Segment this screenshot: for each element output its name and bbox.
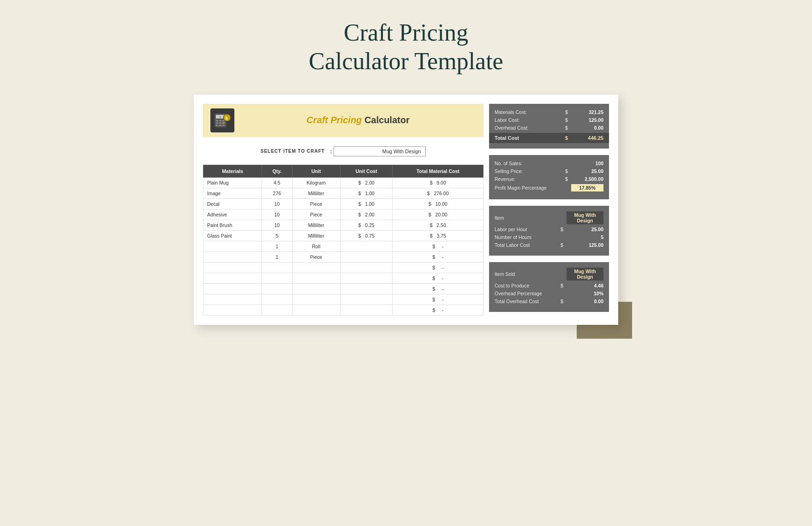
qty-cell	[262, 262, 292, 273]
total-cost-row: Total Cost $ 446.25	[489, 133, 609, 143]
col-unit-cost: Unit Cost	[340, 165, 393, 177]
number-of-hours-row: Number of Hours 5	[495, 234, 603, 240]
qty-cell: 5	[262, 230, 292, 241]
unit-cost-cell: $ 0.25	[340, 220, 393, 230]
select-item-input[interactable]	[334, 146, 426, 156]
labor-per-hour-row: Labor per Hour $ 25.00	[495, 227, 603, 232]
svg-rect-10	[219, 125, 221, 126]
calculator-icon: $ $	[210, 108, 234, 132]
unit-cost-cell	[340, 262, 393, 273]
unit-cost-cell	[340, 294, 393, 305]
materials-table: Materials Qty. Unit Unit Cost Total Mate…	[203, 165, 484, 316]
unit-cell	[292, 262, 340, 273]
material-cell: Glass Paint	[203, 230, 262, 241]
unit-cost-cell	[340, 241, 393, 251]
material-cell	[203, 294, 262, 305]
total-cell: $ 9.00	[393, 177, 484, 188]
material-cell: Image	[203, 188, 262, 198]
material-cell	[203, 273, 262, 283]
qty-cell: 1	[262, 251, 292, 262]
total-overhead-row: Total Overhead Cost $ 0.00	[495, 299, 603, 304]
svg-rect-6	[216, 122, 218, 124]
qty-cell: 276	[262, 188, 292, 198]
material-cell	[203, 251, 262, 262]
qty-cell: 10	[262, 209, 292, 220]
unit-cost-cell: $ 0.75	[340, 230, 393, 241]
calc-header: $ $	[203, 104, 484, 137]
unit-cell: Milliliter	[292, 220, 340, 230]
total-labor-cost-row: Total Labor Cost $ 125.00	[495, 242, 603, 248]
table-row: Glass Paint5Milliliter$ 0.75$ 3.75	[203, 230, 484, 241]
svg-text:$: $	[219, 115, 221, 119]
total-cell: $ 20.00	[393, 209, 484, 220]
unit-cost-cell	[340, 273, 393, 283]
item-row: Item Mug With Design	[495, 211, 603, 224]
total-cell: $ -	[393, 294, 484, 305]
table-row: $ -	[203, 262, 484, 273]
unit-cell: Milliliter	[292, 188, 340, 198]
table-row: Image276Milliliter$ 1.00$ 276.00	[203, 188, 484, 198]
qty-cell: 10	[262, 220, 292, 230]
overhead-cost-row: Overhead Cost: $ 0.00	[495, 125, 603, 131]
material-cell: Plain Mug	[203, 177, 262, 188]
total-cell: $ 10.00	[393, 198, 484, 209]
unit-cell	[292, 273, 340, 283]
unit-cost-cell: $ 1.00	[340, 198, 393, 209]
unit-cost-cell	[340, 305, 393, 315]
overhead-pct-row: Overhead Percentage 10%	[495, 291, 603, 296]
unit-cost-cell: $ 2.00	[340, 177, 393, 188]
table-row: Decal10Piece$ 1.00$ 10.00	[203, 198, 484, 209]
total-cell: $ -	[393, 241, 484, 251]
page-title: Craft Pricing Calculator Template	[309, 18, 503, 76]
table-row: Plain Mug4.5Kilogram$ 2.00$ 9.00	[203, 177, 484, 188]
svg-rect-11	[222, 125, 225, 126]
total-cell: $ -	[393, 305, 484, 315]
no-of-sales-row: No. of Sales: 100	[495, 161, 603, 166]
qty-cell: 1	[262, 241, 292, 251]
total-cell: $ -	[393, 273, 484, 283]
overhead-panel: Item Sold Mug With Design Cost to Produc…	[489, 262, 609, 312]
qty-cell	[262, 283, 292, 294]
labor-panel: Item Mug With Design Labor per Hour $ 25…	[489, 206, 609, 256]
table-row: 1Roll$ -	[203, 241, 484, 251]
material-cell: Adhesive	[203, 209, 262, 220]
sales-panel: No. of Sales: 100 Selling Price: $ 25.00…	[489, 155, 609, 199]
costs-panel: Materials Cost: $ 321.25 Labor Cost: $ 1…	[489, 104, 609, 149]
qty-cell	[262, 273, 292, 283]
unit-cell	[292, 305, 340, 315]
colon: :	[328, 149, 334, 154]
total-cell: $ 3.75	[393, 230, 484, 241]
total-cell: $ 276.00	[393, 188, 484, 198]
qty-cell: 10	[262, 198, 292, 209]
right-section: Materials Cost: $ 321.25 Labor Cost: $ 1…	[489, 104, 609, 316]
unit-cost-cell	[340, 283, 393, 294]
item-sold-row: Item Sold Mug With Design	[495, 268, 603, 281]
selling-price-row: Selling Price: $ 25.00	[495, 168, 603, 174]
unit-cell: Roll	[292, 241, 340, 251]
table-row: $ -	[203, 283, 484, 294]
svg-rect-9	[216, 125, 218, 126]
unit-cell: Kilogram	[292, 177, 340, 188]
header-title: Craft Pricing Calculator	[240, 115, 476, 126]
col-unit: Unit	[292, 165, 340, 177]
table-row: Adhesive10Piece$ 2.00$ 20.00	[203, 209, 484, 220]
revenue-row: Revenue: $ 2,500.00	[495, 176, 603, 182]
unit-cell: Piece	[292, 251, 340, 262]
col-total-cost: Total Material Cost	[393, 165, 484, 177]
qty-cell	[262, 294, 292, 305]
svg-rect-4	[219, 120, 221, 121]
material-cell	[203, 262, 262, 273]
qty-cell	[262, 305, 292, 315]
unit-cell: Piece	[292, 198, 340, 209]
unit-cost-cell: $ 2.00	[340, 209, 393, 220]
table-row: $ -	[203, 273, 484, 283]
unit-cost-cell: $ 1.00	[340, 188, 393, 198]
svg-text:$: $	[226, 116, 228, 120]
unit-cost-cell	[340, 251, 393, 262]
cost-to-produce-row: Cost to Produce $ 4.46	[495, 283, 603, 288]
qty-cell: 4.5	[262, 177, 292, 188]
material-cell: Paint Brush	[203, 220, 262, 230]
select-item-row: SELECT ITEM TO CRAFT :	[203, 143, 484, 160]
unit-cell: Piece	[292, 209, 340, 220]
material-cell	[203, 305, 262, 315]
